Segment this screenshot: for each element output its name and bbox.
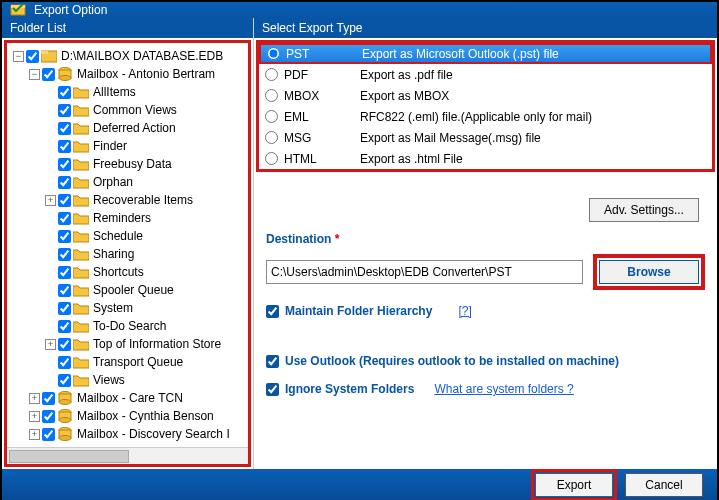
cancel-button[interactable]: Cancel — [625, 473, 703, 497]
format-radio[interactable] — [265, 131, 278, 144]
folder-label: Mailbox - Discovery Search I — [75, 427, 232, 441]
tree-item[interactable]: System — [9, 299, 246, 317]
folder-checkbox[interactable] — [58, 248, 71, 261]
tree-item[interactable]: Orphan — [9, 173, 246, 191]
use-outlook-checkbox[interactable] — [266, 355, 279, 368]
format-code: HTML — [284, 152, 354, 166]
format-radio[interactable] — [265, 89, 278, 102]
folder-checkbox[interactable] — [58, 194, 71, 207]
tree-item[interactable]: Spooler Queue — [9, 281, 246, 299]
folder-label: Mailbox - Antonio Bertram — [75, 67, 217, 81]
what-are-system-folders-link[interactable]: What are system folders ? — [434, 382, 573, 396]
export-type-header: Select Export Type — [254, 18, 717, 38]
tree-item[interactable]: Views — [9, 371, 246, 389]
folder-checkbox[interactable] — [58, 338, 71, 351]
folder-label: Top of Information Store — [91, 337, 223, 351]
folder-checkbox[interactable] — [26, 50, 39, 63]
tree-mailbox[interactable]: −Mailbox - Antonio Bertram — [9, 65, 246, 83]
folder-label: Recoverable Items — [91, 193, 195, 207]
adv-settings-button[interactable]: Adv. Settings... — [589, 198, 699, 222]
folder-checkbox[interactable] — [58, 356, 71, 369]
format-desc: Export as MBOX — [360, 89, 449, 103]
folder-checkbox[interactable] — [42, 428, 55, 441]
folder-label: Mailbox - Cynthia Benson — [75, 409, 216, 423]
tree-item[interactable]: +Top of Information Store — [9, 335, 246, 353]
ignore-system-folders-label: Ignore System Folders — [285, 382, 414, 396]
expand-toggle[interactable]: + — [29, 411, 40, 422]
format-code: PDF — [284, 68, 354, 82]
tree-item[interactable]: Shortcuts — [9, 263, 246, 281]
folder-label: Finder — [91, 139, 129, 153]
format-desc: Export as Mail Message(.msg) file — [360, 131, 541, 145]
format-radio[interactable] — [265, 152, 278, 165]
format-row-pdf[interactable]: PDFExport as .pdf file — [259, 64, 712, 85]
tree-mailbox[interactable]: +Mailbox - Cynthia Benson — [9, 407, 246, 425]
folder-label: Spooler Queue — [91, 283, 176, 297]
format-desc: Export as .pdf file — [360, 68, 453, 82]
format-row-html[interactable]: HTMLExport as .html File — [259, 148, 712, 169]
folder-checkbox[interactable] — [58, 302, 71, 315]
folder-checkbox[interactable] — [58, 266, 71, 279]
tree-item[interactable]: Transport Queue — [9, 353, 246, 371]
maintain-hierarchy-checkbox[interactable] — [266, 305, 279, 318]
ignore-system-folders-checkbox[interactable] — [266, 383, 279, 396]
folder-checkbox[interactable] — [42, 68, 55, 81]
folder-label: Deferred Action — [91, 121, 178, 135]
titlebar: Export Option — [2, 2, 717, 18]
format-radio[interactable] — [265, 110, 278, 123]
tree-item[interactable]: +Recoverable Items — [9, 191, 246, 209]
folder-label: Mailbox - Care TCN — [75, 391, 185, 405]
format-row-msg[interactable]: MSGExport as Mail Message(.msg) file — [259, 127, 712, 148]
expand-toggle[interactable]: + — [45, 195, 56, 206]
tree-item[interactable]: To-Do Search — [9, 317, 246, 335]
expand-toggle[interactable]: + — [45, 339, 56, 350]
tree-item[interactable]: Schedule — [9, 227, 246, 245]
folder-checkbox[interactable] — [58, 230, 71, 243]
tree-mailbox[interactable]: +Mailbox - Discovery Search I — [9, 425, 246, 443]
hierarchy-help-link[interactable]: [?] — [458, 304, 471, 318]
tree-item[interactable]: Sharing — [9, 245, 246, 263]
expand-toggle[interactable]: + — [29, 429, 40, 440]
format-row-eml[interactable]: EMLRFC822 (.eml) file.(Applicable only f… — [259, 106, 712, 127]
browse-button[interactable]: Browse — [599, 260, 699, 284]
folder-checkbox[interactable] — [58, 212, 71, 225]
tree-item[interactable]: AllItems — [9, 83, 246, 101]
format-code: EML — [284, 110, 354, 124]
expand-toggle[interactable]: + — [29, 393, 40, 404]
format-radio[interactable] — [267, 47, 280, 60]
tree-item[interactable]: Reminders — [9, 209, 246, 227]
folder-checkbox[interactable] — [58, 320, 71, 333]
folder-checkbox[interactable] — [58, 122, 71, 135]
tree-root[interactable]: −D:\MAILBOX DATABASE.EDB — [9, 47, 246, 65]
format-row-pst[interactable]: PSTExport as Microsoft Outlook (.pst) fi… — [259, 43, 712, 64]
folder-label: Shortcuts — [91, 265, 146, 279]
format-code: PST — [286, 47, 356, 61]
horizontal-scrollbar[interactable] — [7, 447, 248, 464]
format-row-mbox[interactable]: MBOXExport as MBOX — [259, 85, 712, 106]
folder-checkbox[interactable] — [42, 410, 55, 423]
destination-label: Destination * — [266, 232, 705, 246]
tree-item[interactable]: Deferred Action — [9, 119, 246, 137]
tree-item[interactable]: Common Views — [9, 101, 246, 119]
folder-checkbox[interactable] — [58, 104, 71, 117]
tree-mailbox[interactable]: +Mailbox - Care TCN — [9, 389, 246, 407]
folder-list-header: Folder List — [2, 18, 253, 38]
format-radio[interactable] — [265, 68, 278, 81]
tree-item[interactable]: Finder — [9, 137, 246, 155]
folder-checkbox[interactable] — [58, 284, 71, 297]
folder-label: Freebusy Data — [91, 157, 174, 171]
folder-label: Orphan — [91, 175, 135, 189]
folder-tree[interactable]: −D:\MAILBOX DATABASE.EDB−Mailbox - Anton… — [4, 40, 251, 467]
folder-checkbox[interactable] — [58, 158, 71, 171]
expand-toggle[interactable]: − — [29, 69, 40, 80]
destination-input[interactable] — [266, 260, 583, 284]
folder-checkbox[interactable] — [58, 140, 71, 153]
folder-checkbox[interactable] — [58, 86, 71, 99]
folder-checkbox[interactable] — [42, 392, 55, 405]
tree-item[interactable]: Freebusy Data — [9, 155, 246, 173]
svg-rect-3 — [41, 51, 48, 54]
export-button[interactable]: Export — [535, 473, 613, 497]
folder-checkbox[interactable] — [58, 176, 71, 189]
folder-checkbox[interactable] — [58, 374, 71, 387]
expand-toggle[interactable]: − — [13, 51, 24, 62]
